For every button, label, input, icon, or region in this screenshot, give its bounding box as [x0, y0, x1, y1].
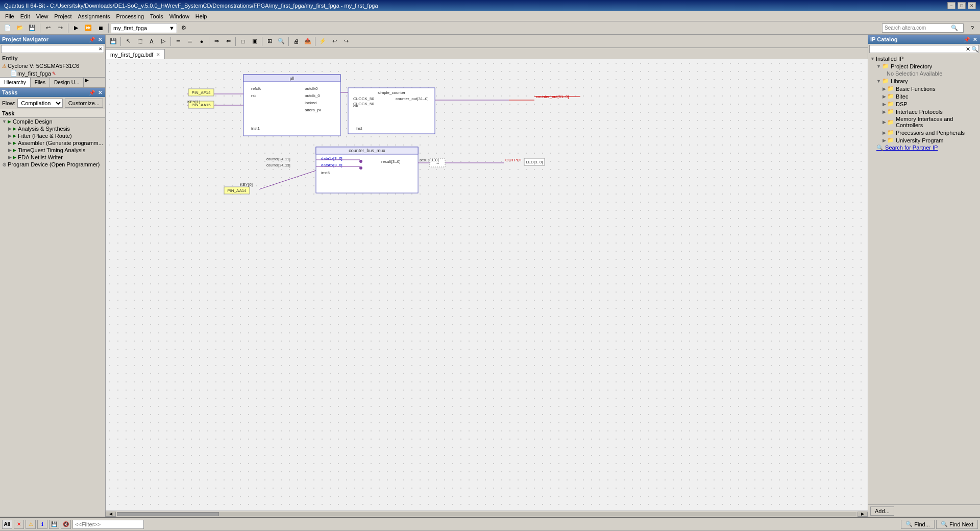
new-button[interactable]: 📄 [2, 22, 13, 34]
task-timequest[interactable]: ▶ ▶ TimeQuest Timing Analysis [6, 147, 105, 154]
ip-pin-icon[interactable]: 📌 [963, 37, 971, 42]
msg-warn-btn[interactable]: ⚠ [26, 520, 36, 529]
altera-search-input[interactable] [885, 25, 951, 31]
tab-hierarchy[interactable]: Hierarchy [0, 78, 31, 87]
search-partner-link[interactable]: 🔍 Search for Partner IP [876, 144, 938, 151]
schematic-tab[interactable]: my_first_fpga.bdf ✕ [106, 49, 165, 59]
start-analysis-button[interactable]: ⏩ [83, 22, 94, 34]
sch-text-btn[interactable]: A [146, 36, 157, 47]
ip-search-partner[interactable]: 🔍 Search for Partner IP [875, 144, 979, 152]
msg-all-btn[interactable]: All [2, 520, 12, 529]
entity-search-clear[interactable]: ✕ [97, 46, 104, 52]
ip-search-clear[interactable]: ✕ [965, 46, 971, 53]
sch-pointer-btn[interactable]: ↖ [122, 36, 134, 47]
stop-button[interactable]: ⏹ [95, 22, 106, 34]
undo-button[interactable]: ↩ [42, 22, 54, 34]
maximize-button[interactable]: □ [958, 2, 966, 9]
message-filter-input[interactable] [72, 520, 144, 529]
sch-bus-btn[interactable]: ═ [184, 36, 195, 47]
task-analysis-synthesis[interactable]: ▶ ▶ Analysis & Synthesis [6, 125, 105, 132]
project-dropdown[interactable]: my_first_fpga ▼ [111, 23, 177, 33]
task-program-device[interactable]: ⚙ Program Device (Open Programmer) [0, 161, 105, 168]
find-button[interactable]: 🔍 Find... [901, 520, 935, 529]
tasks-close-icon[interactable]: ✕ [97, 90, 103, 95]
ip-search-row[interactable]: ✕ 🔍 [869, 45, 979, 53]
tasks-pin-icon[interactable]: 📌 [88, 90, 96, 95]
msg-info-btn[interactable]: ℹ [37, 520, 47, 529]
ip-interface-protocols[interactable]: ▶ 📁 Interface Protocols [881, 108, 979, 115]
menu-tools[interactable]: Tools [147, 12, 166, 20]
sch-select-btn[interactable]: ⬚ [134, 36, 145, 47]
menu-processing[interactable]: Processing [113, 12, 147, 20]
close-button[interactable]: ✕ [968, 2, 976, 9]
sch-symbol-btn[interactable]: ▷ [158, 36, 169, 47]
ip-bitec[interactable]: ▶ 📁 Bitec [881, 92, 979, 100]
msg-error-btn[interactable]: ✕ [14, 520, 24, 529]
task-assembler[interactable]: ▶ ▶ Assembler (Generate programm... [6, 139, 105, 147]
save-button[interactable]: 💾 [27, 22, 38, 34]
sch-export-btn[interactable]: 📤 [302, 36, 313, 47]
help-button[interactable]: ? [967, 22, 978, 34]
open-button[interactable]: 📂 [14, 22, 26, 34]
minimize-button[interactable]: − [947, 2, 955, 9]
menu-edit[interactable]: Edit [17, 12, 33, 20]
ip-library[interactable]: ▼ 📁 Library [875, 77, 979, 85]
menu-help[interactable]: Help [192, 12, 210, 20]
find-next-button[interactable]: 🔍 Find Next [936, 520, 978, 529]
ip-memory-interfaces[interactable]: ▶ 📁 Memory Interfaces and Controllers [881, 115, 979, 129]
entity-search[interactable]: ✕ [1, 45, 104, 53]
scroll-right-btn[interactable]: ▶ [857, 512, 868, 517]
tab-close-icon[interactable]: ✕ [156, 52, 160, 57]
customize-button[interactable]: Customize... [65, 99, 103, 108]
sch-redo-btn[interactable]: ↪ [340, 36, 352, 47]
sch-zoom-fit-btn[interactable]: ⊞ [264, 36, 275, 47]
ip-dsp[interactable]: ▶ 📁 DSP [881, 100, 979, 108]
device-item[interactable]: ⚠ Cyclone V: 5CSEMA5F31C6 [0, 62, 105, 69]
sch-node-btn[interactable]: ● [196, 36, 207, 47]
menu-window[interactable]: Window [166, 12, 192, 20]
sch-block-btn[interactable]: □ [237, 36, 249, 47]
sch-wire-btn[interactable]: ━ [173, 36, 184, 47]
task-compile-design[interactable]: ▼ ▶ Compile Design [0, 118, 105, 125]
menu-file[interactable]: File [2, 12, 17, 20]
h-scrollbar[interactable]: ◀ ▶ [106, 511, 868, 517]
ip-search-input[interactable] [870, 46, 965, 52]
sch-zoom-in-btn[interactable]: 🔍 [276, 36, 287, 47]
schematic-canvas[interactable]: pll refclk rst outclk0 outclk_0 locked a… [106, 59, 868, 511]
sch-out-pin-btn[interactable]: ⇐ [223, 36, 234, 47]
pin-icon[interactable]: 📌 [88, 37, 96, 42]
task-eda-netlist[interactable]: ▶ ▶ EDA Netlist Writer [6, 154, 105, 161]
ip-close-icon[interactable]: ✕ [972, 37, 978, 42]
msg-suppress-btn[interactable]: 🔇 [61, 520, 71, 529]
ip-basic-functions[interactable]: ▶ 📁 Basic Functions [881, 85, 979, 92]
nav-tab-scroll-right[interactable]: ▶ [84, 78, 90, 87]
settings-button[interactable]: ⚙ [178, 22, 189, 34]
project-item[interactable]: 📄 my_first_fpga ✎ [8, 69, 105, 77]
tab-files[interactable]: Files [31, 78, 50, 87]
ip-processors[interactable]: ▶ 📁 Processors and Peripherals [881, 129, 979, 136]
entity-search-input[interactable] [2, 46, 97, 52]
sch-save-btn[interactable]: 💾 [108, 36, 119, 47]
flow-select[interactable]: Compilation [17, 99, 63, 108]
scroll-left-btn[interactable]: ◀ [106, 512, 116, 517]
menu-assignments[interactable]: Assignments [75, 12, 113, 20]
ip-installed-ip[interactable]: ▼ Installed IP [869, 55, 979, 62]
scrollbar-track[interactable] [117, 512, 856, 516]
ip-add-button[interactable]: Add... [870, 506, 894, 516]
ip-university-program[interactable]: ▶ 📁 University Program [881, 136, 979, 144]
sch-compile-btn[interactable]: ⚡ [317, 36, 328, 47]
task-fitter[interactable]: ▶ ▶ Fitter (Place & Route) [6, 132, 105, 139]
tab-design-units[interactable]: Design U... [50, 78, 84, 87]
menu-view[interactable]: View [33, 12, 52, 20]
menu-project[interactable]: Project [51, 12, 75, 20]
sch-in-pin-btn[interactable]: ⇒ [211, 36, 222, 47]
sch-undo-btn[interactable]: ↩ [329, 36, 340, 47]
nav-close-icon[interactable]: ✕ [97, 37, 103, 42]
ip-project-directory[interactable]: ▼ 📁 Project Directory [875, 62, 979, 70]
scrollbar-thumb[interactable] [117, 512, 219, 516]
sch-group-btn[interactable]: ▣ [249, 36, 260, 47]
redo-button[interactable]: ↪ [55, 22, 66, 34]
msg-save-btn[interactable]: 💾 [49, 520, 59, 529]
compile-button[interactable]: ▶ [70, 22, 82, 34]
sch-print-btn[interactable]: 🖨 [290, 36, 302, 47]
